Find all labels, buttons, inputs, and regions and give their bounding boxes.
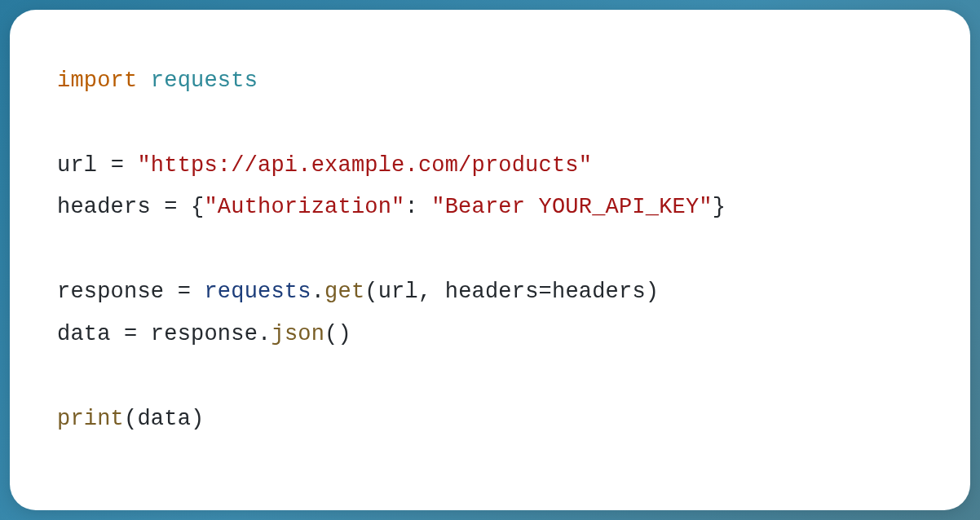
op-assign: = <box>124 322 137 346</box>
code-line-1: import requests <box>57 68 258 93</box>
var-headers: headers <box>57 195 151 219</box>
obj-requests: requests <box>204 280 311 304</box>
dot: . <box>258 322 271 346</box>
brace-close: } <box>713 195 726 219</box>
method-json: json <box>271 322 324 346</box>
brace-open: { <box>191 195 204 219</box>
builtin-print: print <box>57 407 124 431</box>
comma: , <box>418 280 431 304</box>
kwarg-eq: = <box>539 280 552 304</box>
colon: : <box>405 195 418 219</box>
method-get: get <box>324 280 364 304</box>
var-data: data <box>57 322 111 346</box>
code-line-9: print(data) <box>57 407 204 431</box>
code-card: import requests url = "https://api.examp… <box>10 10 970 510</box>
op-assign: = <box>178 280 191 304</box>
dict-value: "Bearer YOUR_API_KEY" <box>431 195 712 219</box>
string-url: "https://api.example.com/products" <box>137 153 592 178</box>
code-line-7: data = response.json() <box>57 322 351 346</box>
keyword-import: import <box>57 68 137 93</box>
var-url: url <box>57 153 97 178</box>
code-line-6: response = requests.get(url, headers=hea… <box>57 280 659 304</box>
paren-open: ( <box>364 280 377 304</box>
kwarg-val: headers <box>552 280 646 304</box>
dict-key: "Authorization" <box>204 195 404 219</box>
arg-data: data <box>137 407 191 431</box>
op-assign: = <box>111 153 124 178</box>
module-requests: requests <box>151 68 258 93</box>
op-assign: = <box>164 195 177 219</box>
code-block: import requests url = "https://api.examp… <box>57 60 923 440</box>
code-line-3: url = "https://api.example.com/products" <box>57 153 592 178</box>
code-line-4: headers = {"Authorization": "Bearer YOUR… <box>57 195 726 219</box>
paren-close: ) <box>646 280 659 304</box>
arg-url: url <box>378 280 418 304</box>
paren-open: ( <box>124 407 137 431</box>
obj-response: response <box>151 322 258 346</box>
paren-close: ) <box>191 407 204 431</box>
kwarg-name: headers <box>445 280 539 304</box>
parens: () <box>324 322 351 346</box>
dot: . <box>311 280 324 304</box>
var-response: response <box>57 280 164 304</box>
